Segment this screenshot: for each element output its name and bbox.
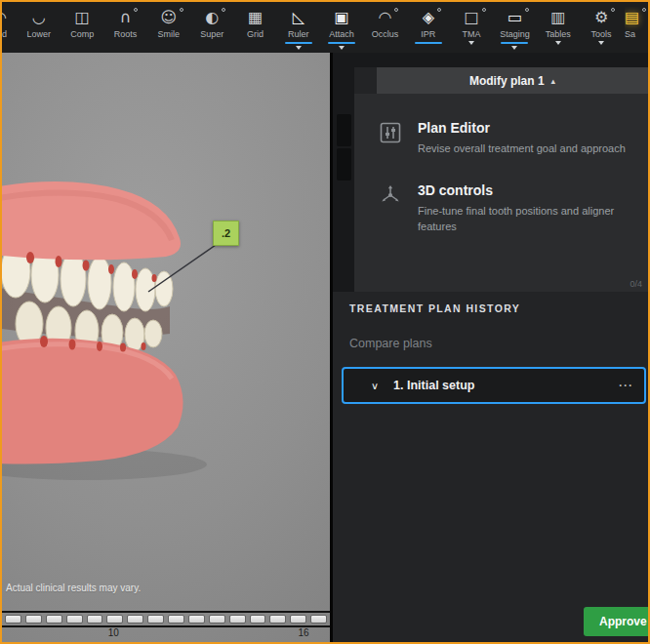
toolbar-item-label: Grid [247,29,264,39]
occlus-icon: ◠ [378,7,391,28]
stage-chip[interactable] [147,615,164,624]
toolbar-item-occlus[interactable]: ◠Occlus [365,7,405,53]
active-underline [415,42,442,44]
badge-dot [394,8,398,12]
chevron-down-icon[interactable]: ∨ [371,380,379,391]
stage-chip[interactable] [209,615,225,624]
toolbar-item-tma[interactable]: □TMA [452,7,492,53]
stage-chip[interactable] [269,615,286,624]
toolbar-item-label: Attach [329,29,354,39]
dropdown-caret-icon [555,41,561,45]
toolbar-item-label: Ruler [288,29,309,39]
toolbar-item-ipr[interactable]: ◈IPR [408,7,448,53]
option-title: 3D controls [418,182,630,198]
3d-viewport[interactable]: .2 Actual clinical results may vary. 101… [2,53,330,642]
badge-dot [611,8,615,12]
stage-chip[interactable] [46,615,62,624]
badge-dot [180,8,183,12]
staging-icon: ▭ [508,7,522,28]
approve-plan-button[interactable]: Approve plan [584,607,648,636]
option-description: Revise overall treatment goal and approa… [418,141,626,157]
stage-chip[interactable] [310,615,327,624]
stage-number: 10 [108,627,119,638]
toolbar-item-ruler[interactable]: ◺Ruler [278,7,318,53]
toolbar-item-comp[interactable]: ◫Comp [62,7,102,53]
main-toolbar: ◠d◡Lower◫Comp∩Roots☺Smile◐Super▦Grid◺Rul… [2,2,648,53]
tables-icon: ▥ [550,7,565,28]
option-title: Plan Editor [418,120,626,136]
3d-controls-option[interactable]: 3D controls Fine-tune final tooth positi… [378,182,630,235]
toolbar-item-smile[interactable]: ☺Smile [148,7,188,53]
active-underline [328,42,355,44]
stage-chip[interactable] [250,615,266,624]
stage-numbers: 1016 [2,627,330,639]
stage-chip[interactable] [87,615,103,624]
toolbar-item-label: Lower [27,29,52,39]
toolbar-item-roots[interactable]: ∩Roots [105,7,145,53]
3d-controls-text: 3D controls Fine-tune final tooth positi… [418,182,630,235]
ipr-value-tag[interactable]: .2 [213,221,239,246]
toolbar-item-tables[interactable]: ▥Tables [538,7,578,53]
app-window: ◠d◡Lower◫Comp∩Roots☺Smile◐Super▦Grid◺Rul… [0,0,650,644]
option-description: Fine-tune final tooth positions and alig… [418,204,630,235]
stage-chip[interactable] [25,615,42,624]
collapsed-card [337,114,351,146]
plan-panel: Modify plan 1 ▴ Plan E [333,53,648,642]
toolbar-item-grid[interactable]: ▦Grid [235,7,275,53]
dropdown-caret-icon [511,46,517,50]
toolbar-item-tools[interactable]: ⚙Tools [582,7,622,53]
compare-plans-control[interactable]: Compare plans [349,337,432,350]
toolbar-item-label: Super [200,29,223,39]
badge-dot [222,8,225,12]
dropdown-caret-icon [296,46,302,50]
badge-dot [437,8,441,12]
stage-chip[interactable] [290,615,306,624]
dropdown-caret-icon [598,41,604,45]
toolbar-item-lower[interactable]: ◡Lower [19,7,59,53]
toolbar-item-quad[interactable]: ◠d [2,7,16,53]
toolbar-item-label: IPR [421,29,435,39]
active-underline [285,42,312,44]
stage-chip[interactable] [229,615,246,624]
stage-chip[interactable] [188,615,205,624]
smile-icon: ☺ [160,7,177,28]
stage-chip[interactable] [127,615,143,624]
toolbar-item-label: TMA [463,29,481,39]
toolbar-item-staging[interactable]: ▭Staging [495,7,535,53]
toolbar-item-label: Occlus [372,29,399,39]
collapsed-card [337,148,351,181]
attach-icon: ▣ [335,7,349,28]
plan-editor-option[interactable]: Plan Editor Revise overall treatment goa… [378,120,630,157]
option-counter: 0/4 [630,279,642,289]
dropdown-caret-icon [468,41,474,45]
tools-icon: ⚙ [594,7,608,28]
plan-editor-icon [378,120,403,157]
ruler-icon: ◺ [293,7,305,28]
modify-plan-menu: Plan Editor Revise overall treatment goa… [354,94,648,292]
stage-chip[interactable] [168,615,184,624]
tma-icon: □ [465,7,479,28]
plan-editor-text: Plan Editor Revise overall treatment goa… [418,120,626,157]
more-options-icon[interactable]: ⋯ [618,377,632,394]
toolbar-item-label: Tools [591,29,612,39]
modify-plan-header[interactable]: Modify plan 1 ▴ [377,67,648,94]
disclaimer-text: Actual clinical results may vary. [6,583,141,593]
active-underline [501,42,528,44]
toolbar-item-attach[interactable]: ▣Attach [322,7,362,53]
toolbar-item-super[interactable]: ◐Super [192,7,232,53]
super-icon: ◐ [205,7,219,28]
badge-dot [525,8,529,12]
toolbar-item-save[interactable]: ▤Sa [625,7,648,53]
stage-chip[interactable] [106,615,123,624]
quad-icon: ◠ [2,7,7,28]
history-section-heading: TREATMENT PLAN HISTORY [349,302,520,314]
toolbar-item-label: Sa [625,29,635,39]
badge-dot [642,8,646,12]
stage-chip[interactable] [66,615,83,624]
comp-icon: ◫ [75,7,90,28]
panel-top-strip [333,53,648,67]
stage-chip[interactable] [5,615,21,624]
toolbar-item-label: Roots [114,29,138,39]
save-icon: ▤ [625,7,639,28]
plan-history-card[interactable]: ∨ 1. Initial setup ⋯ [342,367,646,404]
